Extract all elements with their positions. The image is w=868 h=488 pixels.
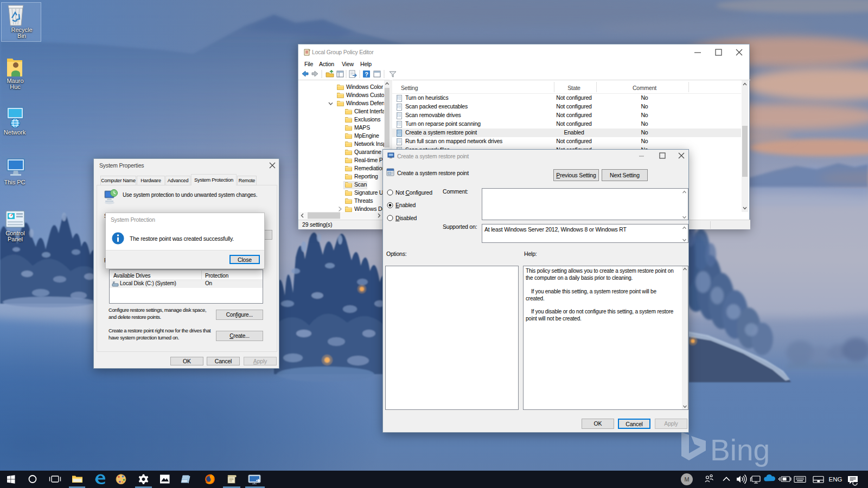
svg-text:Bing: Bing [710, 433, 770, 467]
svg-text:?: ? [365, 71, 368, 78]
svg-text:M: M [684, 476, 689, 483]
svg-text:ENG: ENG [829, 476, 843, 483]
